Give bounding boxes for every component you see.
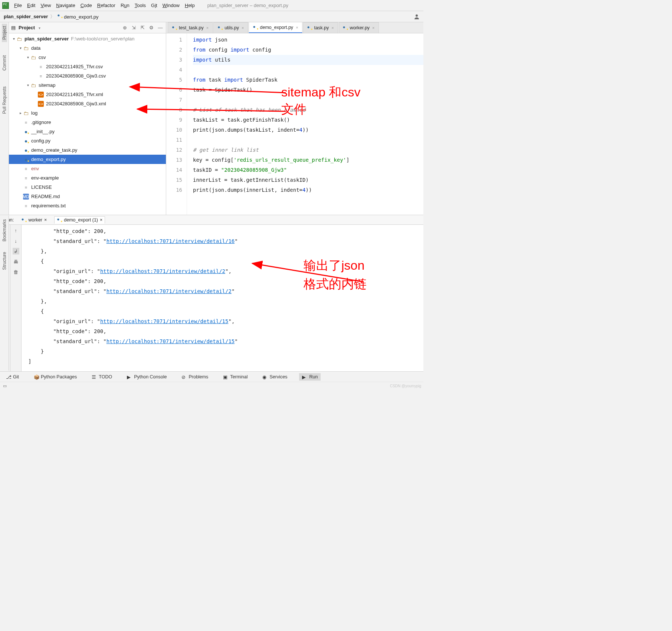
python-file-icon [21,217,26,223]
status-icon[interactable]: ▭ [3,384,7,388]
close-icon[interactable]: × [206,26,209,30]
menu-edit[interactable]: Edit [27,3,35,8]
editor-tab[interactable]: task.py× [303,22,338,33]
tree-file[interactable]: ▾README.md [9,192,166,201]
tool-icon: ▶ [127,374,132,379]
collapse-all-icon[interactable]: ⇱ [139,24,146,31]
python-file-icon [57,13,62,19]
settings-gear-icon[interactable]: ⚙ [148,24,155,31]
bottom-tab-run[interactable]: ▶Run [299,373,321,381]
user-icon[interactable] [414,14,420,20]
bottom-tab-todo[interactable]: ☰TODO [89,373,115,381]
code-editor[interactable]: 12345678910111213141516 import jsonfrom … [166,33,423,215]
text-file-icon [23,203,29,209]
tool-icon: 📦 [34,374,39,379]
tree-folder-data[interactable]: ▾data [9,43,166,53]
locate-icon[interactable]: ⊕ [121,24,128,31]
bottom-tab-python-packages[interactable]: 📦Python Packages [31,373,80,381]
tree-file[interactable]: ▾20230422114925_Tfvr.csv [9,62,166,71]
tree-file[interactable]: ▾demo_create_task.py [9,145,166,155]
bottom-tab-services[interactable]: ◉Services [259,373,290,381]
close-icon[interactable]: × [44,217,47,223]
menu-git[interactable]: Git [151,3,157,8]
python-file-icon [172,25,177,30]
soft-wrap-icon[interactable]: ↲ [13,248,19,254]
tree-file[interactable]: ▾.gitignore [9,118,166,127]
tree-file[interactable]: ▾20230422114925_Tfvr.xml [9,90,166,99]
stripe-commit[interactable]: Commit [2,53,7,73]
run-header: Run: worker× demo_export (1)× [0,215,423,225]
project-title: Project [19,25,35,30]
menu-window[interactable]: Window [163,3,180,8]
menu-file[interactable]: File [14,3,22,8]
menu-refactor[interactable]: Refactor [97,3,115,8]
tree-file[interactable]: ▾config.py [9,136,166,145]
tree-folder-log[interactable]: ▸log [9,108,166,118]
console-output[interactable]: "http_code": 200, "standard_url": "http:… [22,225,423,371]
editor-tab[interactable]: test_task.py× [168,22,213,33]
stripe-structure[interactable]: Structure [2,252,7,270]
close-icon[interactable]: × [331,26,334,30]
editor-tab[interactable]: demo_export.py× [249,22,302,33]
up-arrow-icon[interactable]: ↑ [13,227,19,234]
tree-file[interactable]: ▾env [9,164,166,173]
text-file-icon [23,175,29,181]
tree-file[interactable]: ▾requirements.txt [9,201,166,210]
window-title: plan_spider_server – demo_export.py [207,3,288,8]
print-icon[interactable]: 🖶 [13,258,19,265]
tool-icon: ☰ [92,374,97,379]
bottom-tab-terminal[interactable]: ▣Terminal [220,373,250,381]
menu-help[interactable]: Help [185,3,195,8]
menu-tools[interactable]: Tools [135,3,146,8]
gutter: 12345678910111213141516 [166,33,187,215]
markdown-file-icon [23,194,29,200]
project-tree[interactable]: ▾plan_spider_serverF:\web-tools\cron_ser… [9,33,166,215]
editor-tab[interactable]: utils.py× [213,22,248,33]
editor-tab[interactable]: worker.py× [339,22,379,33]
menu-navigate[interactable]: Navigate [56,3,75,8]
tree-file[interactable]: ▾env-example [9,173,166,183]
run-panel: Run: worker× demo_export (1)× ▶ 🛠 ■ ≡ 📌 … [0,215,423,371]
close-icon[interactable]: × [372,26,374,30]
tree-root[interactable]: ▾plan_spider_serverF:\web-tools\cron_ser… [9,34,166,43]
stripe-pull-requests[interactable]: Pull Requests [2,84,7,116]
stripe-project[interactable]: Project [2,24,7,42]
tree-file-selected[interactable]: ▾demo_export.py [9,155,166,164]
python-file-icon [57,217,62,223]
stripe-bookmarks[interactable]: Bookmarks [2,219,7,241]
xml-file-icon [38,101,44,107]
menu-view[interactable]: View [40,3,51,8]
folder-icon [30,82,36,88]
editor-tabstrip: test_task.py×utils.py×demo_export.py×tas… [166,22,423,33]
tree-folder-csv[interactable]: ▾csv [9,53,166,62]
project-dropdown-icon[interactable] [37,25,40,30]
tree-file[interactable]: ▾__init__.py [9,127,166,136]
menu-code[interactable]: Code [81,3,92,8]
folder-icon [16,36,22,42]
code-area[interactable]: import jsonfrom config import configimpo… [187,33,423,215]
bottom-tab-problems[interactable]: ⊘Problems [178,373,211,381]
text-file-icon [23,119,29,125]
tree-file[interactable]: ▾20230428085908_Gjw3.xml [9,99,166,108]
trash-icon[interactable]: 🗑 [13,269,19,275]
close-icon[interactable]: × [242,26,244,30]
python-file-icon [23,129,29,135]
hide-icon[interactable]: — [157,24,164,31]
watermark: CSDN @youmypig [390,384,421,388]
bottom-tab-git[interactable]: ⎇Git [3,373,22,381]
menu-run[interactable]: Run [121,3,130,8]
folder-icon [23,45,29,51]
run-tab-demo-export[interactable]: demo_export (1)× [54,216,105,224]
left-stripe-bar-bottom: Bookmarks Structure [0,216,9,371]
breadcrumb-root[interactable]: plan_spider_server [4,14,48,19]
tree-file[interactable]: ▾20230428085908_Gjw3.csv [9,71,166,80]
breadcrumb-file[interactable]: demo_export.py [57,13,98,20]
down-arrow-icon[interactable]: ↓ [13,237,19,244]
run-tab-worker[interactable]: worker× [19,217,49,223]
expand-all-icon[interactable]: ⇲ [130,24,137,31]
close-icon[interactable]: × [296,25,298,30]
tree-folder-sitemap[interactable]: ▾sitemap [9,80,166,90]
tree-file[interactable]: ▾LICENSE [9,183,166,192]
bottom-tab-python-console[interactable]: ▶Python Console [124,373,170,381]
close-icon[interactable]: × [100,217,102,223]
